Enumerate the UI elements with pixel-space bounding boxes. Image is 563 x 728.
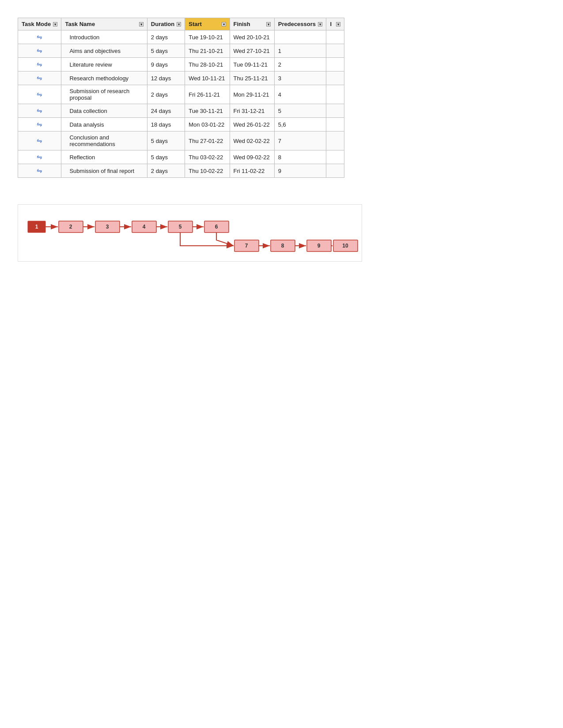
finish-cell: Wed 02-02-22 xyxy=(230,131,274,150)
col-header-finish[interactable]: Finish ▾ xyxy=(230,18,274,30)
col-header-predecessors[interactable]: Predecessors ▾ xyxy=(274,18,326,30)
sort-duration-icon[interactable]: ▾ xyxy=(177,22,181,26)
start-cell: Tue 30-11-21 xyxy=(185,104,230,118)
table-row: ⇋Submission of final report2 daysThu 10-… xyxy=(18,164,344,178)
task-mode-cell: ⇋ xyxy=(18,30,61,44)
finish-cell: Tue 09-11-21 xyxy=(230,58,274,71)
node-6-label: 6 xyxy=(215,224,218,230)
sort-extra-icon[interactable]: ▾ xyxy=(336,22,340,26)
col-header-duration[interactable]: Duration ▾ xyxy=(147,18,185,30)
col-header-duration-label: Duration xyxy=(151,21,174,27)
node-3-label: 3 xyxy=(106,224,109,230)
task-name-cell: Data collection xyxy=(61,104,147,118)
finish-cell: Mon 29-11-21 xyxy=(230,85,274,104)
task-mode-cell: ⇋ xyxy=(18,85,61,104)
predecessors-cell: 5,6 xyxy=(274,118,326,131)
col-header-extra[interactable]: I ▾ xyxy=(326,18,344,30)
task-mode-cell: ⇋ xyxy=(18,164,61,178)
start-cell: Mon 03-01-22 xyxy=(185,118,230,131)
duration-cell: 2 days xyxy=(147,164,185,178)
predecessors-cell: 4 xyxy=(274,85,326,104)
start-cell: Tue 19-10-21 xyxy=(185,30,230,44)
table-row: ⇋Research methodology12 daysWed 10-11-21… xyxy=(18,71,344,85)
task-mode-cell: ⇋ xyxy=(18,118,61,131)
task-mode-cell: ⇋ xyxy=(18,150,61,164)
sort-predecessors-icon[interactable]: ▾ xyxy=(318,22,322,26)
predecessors-cell: 8 xyxy=(274,150,326,164)
finish-cell: Wed 27-10-21 xyxy=(230,44,274,58)
col-header-task-mode-label: Task Mode xyxy=(22,21,51,27)
node-8-label: 8 xyxy=(281,243,284,249)
start-cell: Thu 03-02-22 xyxy=(185,150,230,164)
task-name-cell: Introduction xyxy=(61,30,147,44)
duration-cell: 5 days xyxy=(147,44,185,58)
task-mode-icon: ⇋ xyxy=(37,33,42,41)
extra-cell xyxy=(326,164,344,178)
extra-cell xyxy=(326,118,344,131)
table-row: ⇋Conclusion and recommendations5 daysThu… xyxy=(18,131,344,150)
start-cell: Thu 21-10-21 xyxy=(185,44,230,58)
predecessors-cell: 7 xyxy=(274,131,326,150)
start-cell: Thu 28-10-21 xyxy=(185,58,230,71)
col-header-task-name[interactable]: Task Name ▾ xyxy=(61,18,147,30)
duration-cell: 2 days xyxy=(147,30,185,44)
extra-cell xyxy=(326,85,344,104)
predecessors-cell: 9 xyxy=(274,164,326,178)
task-mode-cell: ⇋ xyxy=(18,44,61,58)
task-mode-icon: ⇋ xyxy=(37,47,42,55)
predecessors-cell: 3 xyxy=(274,71,326,85)
table-row: ⇋Aims and objectives5 daysThu 21-10-21We… xyxy=(18,44,344,58)
task-mode-icon: ⇋ xyxy=(37,107,42,115)
col-header-predecessors-label: Predecessors xyxy=(278,21,316,27)
col-header-extra-label: I xyxy=(330,21,332,27)
table-row: ⇋Reflection5 daysThu 03-02-22Wed 09-02-2… xyxy=(18,150,344,164)
network-diagram: 1 2 3 4 5 6 7 8 9 10 xyxy=(18,204,362,262)
table-header-row: Task Mode ▾ Task Name ▾ Duration ▾ Start xyxy=(18,18,344,30)
finish-cell: Fri 11-02-22 xyxy=(230,164,274,178)
extra-cell xyxy=(326,71,344,85)
task-name-cell: Conclusion and recommendations xyxy=(61,131,147,150)
extra-cell xyxy=(326,44,344,58)
table-row: ⇋Introduction2 daysTue 19-10-21Wed 20-10… xyxy=(18,30,344,44)
task-mode-icon: ⇋ xyxy=(37,167,42,175)
node-5-label: 5 xyxy=(179,224,182,230)
node-4-label: 4 xyxy=(143,224,146,230)
start-cell: Fri 26-11-21 xyxy=(185,85,230,104)
sort-start-icon[interactable]: ▾ xyxy=(222,22,226,26)
predecessors-cell xyxy=(274,30,326,44)
gantt-table: Task Mode ▾ Task Name ▾ Duration ▾ Start xyxy=(18,18,344,178)
task-name-cell: Aims and objectives xyxy=(61,44,147,58)
sort-task-mode-icon[interactable]: ▾ xyxy=(53,22,57,26)
duration-cell: 18 days xyxy=(147,118,185,131)
extra-cell xyxy=(326,30,344,44)
task-mode-icon: ⇋ xyxy=(37,90,42,98)
node-9-label: 9 xyxy=(317,243,321,249)
finish-cell: Wed 26-01-22 xyxy=(230,118,274,131)
col-header-start[interactable]: Start ▾ xyxy=(185,18,230,30)
duration-cell: 9 days xyxy=(147,58,185,71)
sort-finish-icon[interactable]: ▾ xyxy=(266,22,271,26)
start-cell: Thu 10-02-22 xyxy=(185,164,230,178)
table-row: ⇋Submission of research proposal2 daysFr… xyxy=(18,85,344,104)
task-name-cell: Research methodology xyxy=(61,71,147,85)
col-header-task-name-label: Task Name xyxy=(65,21,95,27)
finish-cell: Thu 25-11-21 xyxy=(230,71,274,85)
finish-cell: Fri 31-12-21 xyxy=(230,104,274,118)
table-row: ⇋Data collection24 daysTue 30-11-21Fri 3… xyxy=(18,104,344,118)
task-name-cell: Literature review xyxy=(61,58,147,71)
node-2-label: 2 xyxy=(69,224,72,230)
start-cell: Thu 27-01-22 xyxy=(185,131,230,150)
col-header-task-mode[interactable]: Task Mode ▾ xyxy=(18,18,61,30)
task-name-cell: Submission of research proposal xyxy=(61,85,147,104)
network-svg: 1 2 3 4 5 6 7 8 9 10 xyxy=(23,211,358,260)
task-mode-icon: ⇋ xyxy=(37,60,42,68)
predecessors-cell: 2 xyxy=(274,58,326,71)
task-mode-cell: ⇋ xyxy=(18,131,61,150)
duration-cell: 12 days xyxy=(147,71,185,85)
task-mode-cell: ⇋ xyxy=(18,71,61,85)
sort-task-name-icon[interactable]: ▾ xyxy=(139,22,144,26)
node-10-label: 10 xyxy=(342,243,348,249)
extra-cell xyxy=(326,104,344,118)
table-row: ⇋Data analysis18 daysMon 03-01-22Wed 26-… xyxy=(18,118,344,131)
task-name-cell: Reflection xyxy=(61,150,147,164)
